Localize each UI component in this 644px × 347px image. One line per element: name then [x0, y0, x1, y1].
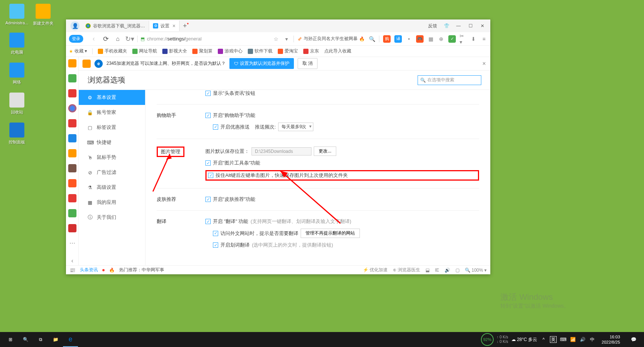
- sidebar-app-3[interactable]: [68, 104, 76, 112]
- change-path-button[interactable]: 更改...: [314, 147, 336, 156]
- sidebar-app-4[interactable]: [68, 119, 76, 127]
- nav-tabs[interactable]: ▢标签设置: [79, 120, 145, 135]
- desktop-icon-folder[interactable]: 新建文件夹: [30, 4, 56, 26]
- desktop-icon-control[interactable]: 控制面板: [4, 123, 30, 145]
- sidebar-app-7[interactable]: [68, 164, 76, 172]
- fullscreen-icon[interactable]: ▢: [455, 268, 460, 273]
- sidebar-app-1[interactable]: [68, 74, 76, 82]
- status-news[interactable]: 头条资讯: [80, 267, 98, 273]
- tray-ime3[interactable]: 中: [589, 336, 596, 343]
- settings-search[interactable]: 🔍 在选项中搜索: [418, 75, 481, 85]
- url-input[interactable]: ⬒ chrome://settings/general: [141, 36, 270, 42]
- search-icon[interactable]: 🔍: [368, 36, 375, 42]
- history-button[interactable]: ↻▾: [125, 34, 134, 43]
- close-icon[interactable]: ×: [172, 23, 175, 29]
- download-icon[interactable]: ⬇: [470, 36, 477, 42]
- tab-chrome-download[interactable]: 谷歌浏览器下载_浏览器官网入: [82, 21, 149, 31]
- manage-sites-button[interactable]: 管理不再提示翻译的网站: [301, 229, 360, 238]
- checkbox-alt-save[interactable]: ✓: [208, 173, 213, 178]
- bookmark-nav[interactable]: 网址导航: [132, 48, 157, 54]
- checkbox-toolbar[interactable]: ✓: [205, 160, 211, 166]
- ie-mode-icon[interactable]: IE: [435, 268, 439, 273]
- tab-settings[interactable]: ⚙ 设置 ×: [149, 21, 180, 31]
- task-view-button[interactable]: ⧉: [33, 332, 48, 347]
- shop-icon[interactable]: 购: [383, 35, 391, 43]
- sidebar-app-8[interactable]: [68, 179, 76, 187]
- bookmark-game[interactable]: 游戏中心: [218, 48, 243, 54]
- sidebar-more[interactable]: ⋯: [68, 239, 76, 247]
- set-default-button[interactable]: 🛡设置为默认浏览器并保护: [229, 58, 294, 69]
- login-button[interactable]: 登录: [69, 35, 83, 43]
- speed-widget[interactable]: 92%: [481, 333, 494, 346]
- sidebar-app-6[interactable]: [68, 149, 76, 157]
- bookmark-software[interactable]: 软件下载: [248, 48, 273, 54]
- sidebar-expand[interactable]: ‹: [66, 256, 79, 265]
- checkbox-promo[interactable]: ✓: [213, 124, 218, 130]
- doctor-link[interactable]: ⊕ 浏览器医生: [393, 267, 420, 273]
- back-button[interactable]: ‹: [89, 34, 98, 43]
- download-icon[interactable]: ⬓: [425, 268, 430, 273]
- menu-icon[interactable]: ≡: [481, 36, 487, 42]
- nav-account[interactable]: 🔒账号管家: [79, 105, 145, 120]
- feedback-link[interactable]: 反馈: [428, 23, 437, 29]
- refresh-button[interactable]: ⟳: [101, 34, 110, 43]
- checkbox-select-translate[interactable]: ✓: [213, 242, 218, 248]
- nav-shortcuts[interactable]: ⌨快捷键: [79, 135, 145, 150]
- close-icon[interactable]: ×: [482, 60, 486, 67]
- push-frequency-select[interactable]: 每天最多9次: [278, 123, 314, 131]
- green-icon[interactable]: ✓: [448, 35, 456, 43]
- tray-volume[interactable]: 🔊: [579, 336, 586, 343]
- dropdown-icon[interactable]: ▾: [283, 36, 290, 42]
- tray-network[interactable]: 📶: [569, 336, 576, 343]
- sidebar-app-9[interactable]: [68, 194, 76, 202]
- bookmark-jd[interactable]: 京东: [303, 48, 319, 54]
- maximize-button[interactable]: ☐: [465, 21, 476, 31]
- optimize-link[interactable]: ⚡ 优化加速: [363, 267, 388, 273]
- clock-icon[interactable]: ⊕: [438, 36, 445, 42]
- explorer-button[interactable]: 📁: [48, 332, 63, 347]
- nav-apps[interactable]: ▦我的应用: [79, 195, 145, 210]
- bookmark-import[interactable]: 点此导入收藏: [324, 48, 351, 54]
- nav-mouse[interactable]: 🖱鼠标手势: [79, 150, 145, 165]
- checkbox-headlines[interactable]: ✓: [205, 91, 211, 96]
- bookmark-mobile[interactable]: 手机收藏夹: [98, 48, 127, 54]
- status-hot[interactable]: 热门推荐：中华网军事: [119, 267, 164, 273]
- checkbox-shopping[interactable]: ✓: [205, 113, 211, 118]
- nav-adblock[interactable]: ⊘广告过滤: [79, 165, 145, 180]
- sidebar-app-11[interactable]: [68, 224, 76, 232]
- sidebar-app-10[interactable]: [68, 209, 76, 217]
- tray-keyboard[interactable]: ⌨: [560, 336, 566, 343]
- game-icon[interactable]: 🎮: [416, 35, 424, 43]
- notification-center[interactable]: 💬: [626, 332, 641, 347]
- bookmark-taobao[interactable]: 爱淘宝: [278, 48, 298, 54]
- image-save-path[interactable]: [252, 147, 312, 156]
- sidebar-app-2[interactable]: [68, 89, 76, 97]
- checkbox-skin[interactable]: ✓: [205, 197, 211, 202]
- tray-ime1[interactable]: 英: [550, 336, 557, 343]
- weather-widget[interactable]: ☁ 28°C 多云: [511, 337, 538, 343]
- desktop-icon-network[interactable]: 网络: [4, 63, 30, 85]
- desktop-icon-pc[interactable]: 此电脑: [4, 33, 30, 55]
- nav-basic[interactable]: ⚙基本设置: [79, 90, 145, 105]
- hot-search[interactable]: 🗞 与孙正良同名大学生被网暴 🔥: [298, 36, 365, 42]
- tray-chevron[interactable]: ^: [540, 336, 547, 343]
- profile-avatar[interactable]: 👤: [68, 19, 82, 32]
- scissors-icon[interactable]: ✂▾: [460, 36, 466, 42]
- home-button[interactable]: ⌂: [113, 34, 122, 43]
- close-button[interactable]: ✕: [477, 21, 488, 31]
- sidebar-app-5[interactable]: [68, 134, 76, 142]
- bookmark-video[interactable]: 影视大全: [162, 48, 187, 54]
- sound-icon[interactable]: 🔊: [445, 268, 450, 273]
- zoom-display[interactable]: 🔍 100% ▾: [465, 268, 487, 273]
- skin-icon[interactable]: 👕: [441, 21, 452, 31]
- nav-about[interactable]: ⓘ关于我们: [79, 210, 145, 225]
- checkbox-translate[interactable]: ✓: [205, 219, 211, 224]
- desktop-icon-recycle[interactable]: 回收站: [4, 93, 30, 115]
- bookmarks-menu[interactable]: ★收藏 ▾: [69, 48, 87, 54]
- search-button[interactable]: 🔍: [18, 332, 33, 347]
- browser-task[interactable]: e: [63, 332, 78, 347]
- cancel-button[interactable]: 取 消: [298, 58, 318, 69]
- start-button[interactable]: ⊞: [3, 332, 18, 347]
- taskbar-clock[interactable]: 16:03 2022/8/25: [602, 334, 620, 345]
- checkbox-foreign-prompt[interactable]: ✓: [213, 231, 218, 236]
